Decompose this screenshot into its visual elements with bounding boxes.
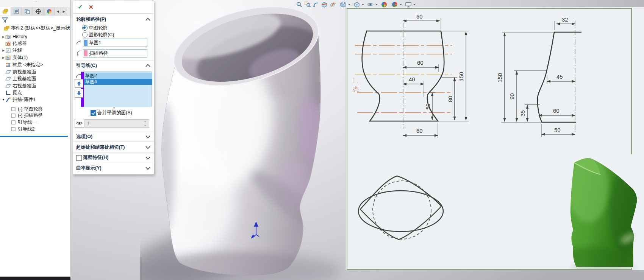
heads-up-toolbar xyxy=(295,1,416,8)
cancel-button[interactable]: ✕ xyxy=(89,4,94,11)
panel-drag-handle[interactable]: ··· xyxy=(0,0,70,8)
tree-item-root[interactable]: 零件2 (默认<<默认>_显示状 xyxy=(0,25,70,31)
guide-list-item[interactable]: 草图2 xyxy=(84,73,152,79)
section-view-icon[interactable] xyxy=(320,1,328,8)
expander-icon[interactable]: ▶ xyxy=(2,49,5,52)
view-orientation-icon[interactable] xyxy=(339,1,347,8)
tabs-scroll-left[interactable]: ◀ xyxy=(55,7,61,16)
model-3d-vase[interactable] xyxy=(140,4,352,280)
list-resize-handle[interactable] xyxy=(113,107,115,109)
merge-faces-checkbox[interactable] xyxy=(91,110,96,116)
sketch-icon xyxy=(11,106,16,112)
path-icon xyxy=(75,50,82,57)
section-number-input[interactable]: 1 ▲▼ xyxy=(84,119,149,128)
tree-item-sketch-profile[interactable]: (-) 草图轮廓 xyxy=(0,106,81,112)
zoom-to-area-icon[interactable] xyxy=(303,1,312,8)
edit-appearance-icon[interactable] xyxy=(380,1,388,8)
expand-icon[interactable] xyxy=(145,165,150,170)
spinner-icon[interactable]: ▲▼ xyxy=(144,120,148,127)
view-orientation-group[interactable] xyxy=(339,1,350,8)
expander-icon[interactable]: ▼ xyxy=(2,98,5,101)
circular-profile-radio[interactable] xyxy=(82,32,88,37)
thin-feature-checkbox[interactable] xyxy=(76,155,82,161)
reference-image: .ol{fill:none;stroke:#363c34;stroke-widt… xyxy=(345,7,644,270)
tree-item-top-plane[interactable]: 上视基准面 xyxy=(0,75,72,82)
tree-item-front-plane[interactable]: 前视基准面 xyxy=(0,68,72,75)
configurationmanager-tab[interactable] xyxy=(22,7,33,16)
part-icon xyxy=(4,25,9,31)
view-settings-dropdown-icon[interactable] xyxy=(413,4,416,5)
expander-icon[interactable]: ▶ xyxy=(2,56,5,59)
tree-item-guide-curve-1[interactable]: 引导线一 xyxy=(0,119,81,126)
path-input[interactable]: 扫描路径 xyxy=(83,49,147,58)
svg-text:0: 0 xyxy=(80,40,81,42)
tree-item-solid-bodies[interactable]: ▶ 实体(1) xyxy=(0,54,72,61)
view-orientation-dropdown-icon[interactable] xyxy=(348,4,350,5)
tree-item-annotations[interactable]: ▶ A 注解 xyxy=(0,47,72,54)
front-view-drawing: 60 60 40 50 80 150 60 xyxy=(351,13,469,138)
displaymanager-tab[interactable] xyxy=(44,7,55,16)
profile-input[interactable]: 草图1 xyxy=(83,39,147,47)
expand-icon[interactable] xyxy=(145,155,150,160)
drag-dots-icon: ··· xyxy=(33,0,37,3)
guide-list-item-selected[interactable]: 草图4 xyxy=(84,79,152,85)
view-settings-icon[interactable] xyxy=(404,1,413,8)
move-up-button[interactable] xyxy=(75,79,83,88)
dim-front-lower-height: 50 xyxy=(425,103,431,110)
featuremanager-tab[interactable] xyxy=(0,7,11,16)
taskbar-edge xyxy=(0,277,70,280)
guide-curves-list[interactable]: 草图2 草图4 xyxy=(81,72,152,107)
tree-item-sweep-feature[interactable]: ▼ 扫描-薄件1 xyxy=(0,96,72,103)
propertymanager-tab[interactable] xyxy=(11,7,22,16)
section-guide-curves[interactable]: 引导线(C) xyxy=(76,62,97,69)
solid-bodies-folder-icon xyxy=(5,55,11,61)
reference-triad-icon xyxy=(248,219,264,238)
zoom-to-fit-icon[interactable] xyxy=(295,1,303,8)
tree-item-history[interactable]: ▶ History xyxy=(0,33,72,40)
tree-item-sensors[interactable]: 传感器 xyxy=(0,40,72,47)
hide-show-items-icon[interactable] xyxy=(366,1,375,8)
display-style-icon[interactable] xyxy=(353,1,361,8)
edit-appearance-group[interactable] xyxy=(380,1,388,8)
tree-item-right-plane[interactable]: 右视基准面 xyxy=(0,82,72,89)
previous-view-icon[interactable] xyxy=(312,1,320,8)
hide-show-items-dropdown-icon[interactable] xyxy=(375,4,378,5)
sketch-settings-icon[interactable] xyxy=(328,1,337,8)
tree-item-origin[interactable]: 原点 xyxy=(0,89,72,96)
expand-icon[interactable] xyxy=(145,144,150,149)
section-profile-path[interactable]: 轮廓和路径(P) xyxy=(76,16,106,23)
sketch-profile-radio[interactable] xyxy=(82,25,88,31)
section-options[interactable]: 选项(O) xyxy=(76,134,92,140)
move-down-button[interactable] xyxy=(75,89,83,98)
section-start-end-tangency[interactable]: 起始处和结束处相切(T) xyxy=(76,144,125,151)
tree-item-material[interactable]: 材质 <未指定> xyxy=(0,61,72,68)
section-view-drawing xyxy=(358,176,443,240)
view-settings-group[interactable] xyxy=(404,1,416,8)
display-style-group[interactable] xyxy=(353,1,364,8)
dimxpertmanager-tab[interactable] xyxy=(33,7,44,16)
tree-item-sweep-path[interactable]: (-) 扫描路径 xyxy=(0,112,81,119)
collapse-icon[interactable] xyxy=(145,64,150,69)
ok-button[interactable]: ✓ xyxy=(78,3,83,11)
apply-scene-group[interactable] xyxy=(391,1,402,8)
tabs-scroll-right[interactable]: ▶ xyxy=(61,7,67,16)
hide-show-items-group[interactable] xyxy=(366,1,378,8)
guide-view-drawing: 32 150 90 35 45 60 50 xyxy=(497,16,581,137)
section-curvature-display[interactable]: 曲率显示(Y) xyxy=(76,165,102,171)
circular-profile-label: 圆形轮廓(C) xyxy=(89,32,114,38)
tree-item-guide-curve-2[interactable]: 引导线2 xyxy=(0,126,81,132)
expand-icon[interactable] xyxy=(145,134,150,138)
apply-scene-icon[interactable] xyxy=(391,1,399,8)
show-sections-button[interactable] xyxy=(75,119,84,128)
filter-icon[interactable] xyxy=(2,17,8,23)
path-color-chip xyxy=(84,50,88,56)
apply-scene-dropdown-icon[interactable] xyxy=(400,4,402,5)
tree-item-label: 零件2 (默认<<默认>_显示状 xyxy=(11,25,70,31)
section-thin-feature[interactable]: 薄壁特征(H) xyxy=(83,154,108,161)
expander-icon[interactable]: ▶ xyxy=(2,35,5,39)
display-style-dropdown-icon[interactable] xyxy=(362,4,364,5)
origin-icon xyxy=(5,90,11,96)
collapse-icon[interactable] xyxy=(145,18,150,23)
dim-guide-top-width: 32 xyxy=(562,16,568,23)
rollback-bar[interactable] xyxy=(0,136,68,137)
